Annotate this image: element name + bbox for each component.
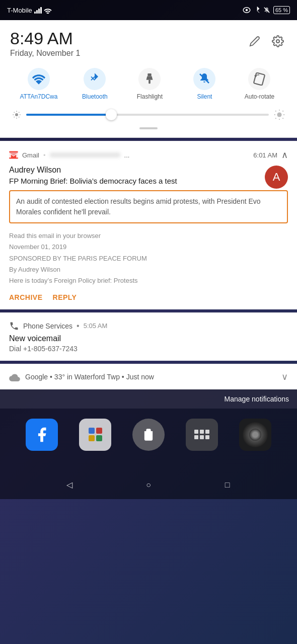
gmail-app-info: Gmail • ... — [9, 150, 129, 159]
edit-button[interactable] — [246, 32, 264, 50]
silent-toggle-label: Silent — [197, 93, 212, 100]
mute-icon — [263, 6, 270, 14]
qs-datetime: 8:49 AM Friday, November 1 — [10, 29, 80, 58]
autorotate-toggle-label: Auto-rotate — [245, 93, 274, 100]
wifi-toggle[interactable]: ATTAn7DCwa — [20, 68, 58, 100]
bluetooth-toggle-icon — [84, 68, 106, 90]
svg-point-3 — [276, 40, 279, 43]
weather-app: Google — [25, 373, 48, 381]
reply-button[interactable]: REPLY — [53, 293, 77, 301]
silent-toggle-icon — [193, 68, 215, 90]
google-apps-icon[interactable] — [79, 419, 111, 451]
extra-line-2: November 01, 2019 — [9, 243, 66, 251]
gmail-notification: Gmail • ... 6:01 AM ∧ A Audrey Wilson FP… — [0, 141, 297, 309]
sender-name: Audrey Wilson — [9, 166, 288, 175]
cloud-icon — [9, 372, 20, 381]
wifi-toggle-label: ATTAn7DCwa — [20, 93, 58, 100]
sender-avatar: A — [265, 166, 288, 189]
svg-rect-6 — [148, 73, 152, 76]
app-dock — [0, 409, 297, 461]
manage-notifications-button[interactable]: Manage notifications — [225, 395, 289, 403]
delete-app-icon[interactable] — [132, 419, 165, 451]
phone-notif-title: New voicemail — [9, 334, 288, 343]
status-left: T-Mobile — [7, 7, 52, 14]
facebook-app-icon[interactable] — [26, 419, 58, 451]
qs-date: Friday, November 1 — [10, 49, 80, 58]
back-button[interactable]: ◁ — [61, 477, 78, 493]
apps-grid-icon[interactable] — [186, 419, 218, 451]
svg-point-10 — [15, 113, 18, 116]
weather-expand-icon[interactable]: ∨ — [281, 371, 288, 382]
qs-header-icons — [246, 29, 287, 50]
gmail-expand-icon[interactable]: ∧ — [281, 149, 288, 160]
status-right: 65 % — [242, 6, 290, 14]
phone-notif-body: Dial +1-805-637-7243 — [9, 345, 288, 353]
phone-notif-header: Phone Services • 5:05 AM — [9, 321, 288, 331]
flashlight-toggle[interactable]: Flashlight — [132, 68, 167, 100]
qs-time: 8:49 AM — [10, 29, 80, 48]
phone-notif-time: 5:05 AM — [84, 322, 108, 330]
extra-line-4: By Audrey Wilson — [9, 266, 60, 273]
gmail-notif-content: A Audrey Wilson FP Morning Brief: Bolivi… — [9, 166, 288, 301]
gmail-address — [50, 152, 120, 157]
extra-line-3: SPONSORED BY THE PARIS PEACE FORUM — [9, 255, 147, 262]
gmail-app-label: Gmail — [22, 151, 39, 159]
brightness-thumb[interactable] — [106, 109, 117, 120]
settings-button[interactable] — [269, 32, 287, 50]
brightness-low-icon — [12, 110, 21, 119]
brightness-slider[interactable] — [10, 109, 287, 120]
qs-header: 8:49 AM Friday, November 1 — [10, 29, 287, 58]
weather-text: Google • 33° in Waterford Twp • Just now — [25, 373, 276, 381]
wifi-status-icon — [44, 7, 52, 14]
svg-point-1 — [246, 9, 248, 12]
brightness-track[interactable] — [26, 114, 269, 116]
weather-timing: Just now — [126, 373, 154, 381]
bt-status-icon — [254, 6, 260, 14]
qs-toggles: ATTAn7DCwa Bluetooth Flash — [10, 68, 287, 100]
brightness-fill — [26, 114, 111, 116]
flashlight-toggle-icon — [138, 68, 161, 90]
extra-line-1: Read this email in your browser — [9, 232, 101, 239]
extra-line-5: Here is today’s Foreign Policy brief: Pr… — [9, 277, 138, 284]
battery-level: 65 — [275, 7, 281, 13]
email-body-preview: An audit of contested election results b… — [9, 190, 288, 223]
flashlight-toggle-label: Flashlight — [137, 93, 163, 100]
status-bar: T-Mobile 65 % — [0, 0, 297, 20]
brightness-high-icon — [274, 109, 285, 120]
weather-info: 33° in Waterford Twp — [54, 373, 120, 381]
qs-drag-handle — [10, 127, 287, 129]
quick-settings-panel: 8:49 AM Friday, November 1 — [0, 20, 297, 138]
svg-point-11 — [277, 113, 281, 117]
phone-app-label: Phone Services — [23, 322, 72, 330]
signal-bars — [34, 7, 42, 14]
archive-button[interactable]: ARCHIVE — [9, 293, 43, 301]
carrier-label: T-Mobile — [7, 7, 32, 14]
gmail-actions: ARCHIVE REPLY — [9, 293, 288, 301]
email-extra-info: Read this email in your browser November… — [9, 230, 288, 286]
autorotate-toggle[interactable]: Auto-rotate — [242, 68, 277, 100]
silent-toggle[interactable]: Silent — [187, 68, 222, 100]
battery-indicator: 65 % — [273, 6, 290, 14]
svg-rect-7 — [149, 80, 151, 84]
bottom-area: ◁ ○ □ — [0, 409, 297, 499]
recents-button[interactable]: □ — [219, 477, 236, 493]
wifi-toggle-icon — [28, 68, 50, 90]
phone-notification: Phone Services • 5:05 AM New voicemail D… — [0, 312, 297, 361]
eye-icon — [242, 7, 251, 14]
autorotate-toggle-icon — [248, 68, 270, 90]
gmail-notif-header: Gmail • ... 6:01 AM ∧ — [9, 149, 288, 160]
bluetooth-toggle-label: Bluetooth — [82, 93, 108, 100]
gmail-notif-time: 6:01 AM — [253, 151, 277, 159]
home-button[interactable]: ○ — [140, 477, 157, 493]
gmail-icon — [9, 150, 18, 159]
manage-notifications-bar: Manage notifications — [0, 389, 297, 409]
weather-notification: Google • 33° in Waterford Twp • Just now… — [0, 364, 297, 389]
phone-services-icon — [9, 321, 19, 331]
email-subject: FP Morning Brief: Bolivia’s democracy fa… — [9, 177, 288, 185]
nav-bar: ◁ ○ □ — [0, 471, 297, 499]
camera-app-icon[interactable] — [239, 419, 271, 451]
bluetooth-toggle[interactable]: Bluetooth — [77, 68, 112, 100]
